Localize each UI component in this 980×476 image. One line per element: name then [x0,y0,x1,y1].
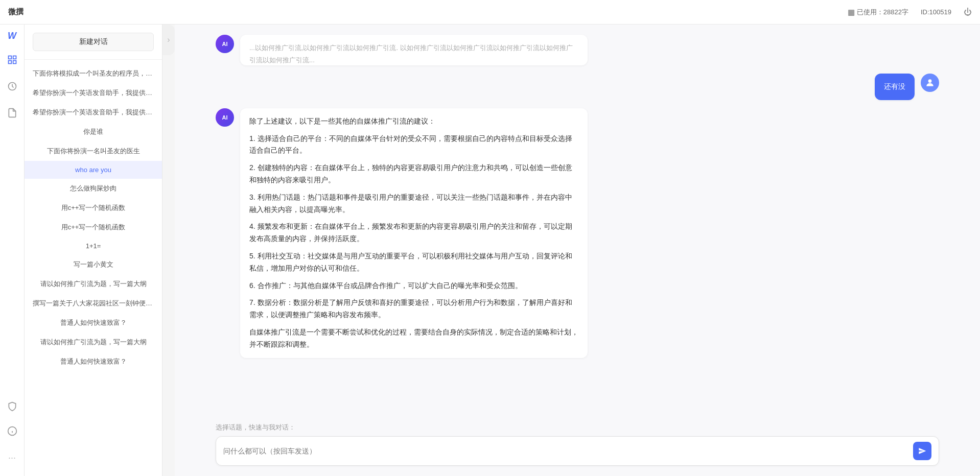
svg-rect-3 [13,61,16,64]
sidebar-item[interactable]: 怎么做狗屎炒肉 [25,179,162,198]
icon-rail: W ... [0,25,25,476]
svg-rect-0 [8,56,11,59]
chat-input[interactable] [223,447,909,455]
user-message-bubble: 还有没 [875,74,915,100]
sidebar-item[interactable]: 用c++写一个随机函数 [25,218,162,237]
nav-clock-icon[interactable] [4,78,20,94]
collapse-arrow-icon: › [167,35,170,44]
sidebar-item[interactable]: 希望你扮演一个英语发音助手，我提供给你... [25,83,162,103]
sidebar-item[interactable]: who are you [25,161,162,179]
sidebar-item[interactable]: 1+1= [25,237,162,255]
ai-response-point: 5. 利用社交互动：社交媒体是与用户互动的重要平台，可以积极利用社交媒体与用户互… [249,250,578,275]
nav-shield-icon[interactable] [4,398,20,415]
quick-topics-label: 选择话题，快速与我对话： [216,423,939,432]
ai-response-point: 3. 利用热门话题：热门话题和事件是吸引用户的重要途径，可以关注一些热门话题和事… [249,192,578,216]
send-button[interactable] [913,442,931,460]
user-message-row: 还有没 [216,74,939,100]
table-icon: ▦ [848,8,855,17]
app-logo: 微撰 [8,7,24,17]
ai-response-conclusion: 自媒体推广引流是一个需要不断尝试和优化的过程，需要结合自身的实际情况，制定合适的… [249,326,578,351]
ai-response-point: 1. 选择适合自己的平台：不同的自媒体平台针对的受众不同，需要根据自己的内容特点… [249,133,578,157]
sidebar-item[interactable]: 下面你将模拟成一个叫圣友的程序员，我说... [25,64,162,83]
topbar: 微撰 ▦ 已使用：28822字 ID:100519 ⏻ [0,0,980,25]
sidebar-header: 新建对话 [25,25,162,60]
usage-label: 已使用：28822字 [857,8,908,17]
sidebar-item[interactable]: 希望你扮演一个英语发音助手，我提供给你... [25,103,162,122]
sidebar-item[interactable]: 普通人如何快速致富？ [25,313,162,332]
main-layout: W ... 新建对话 下面你将模拟成一个叫圣友的程序员，我说...希望你扮演一个… [0,25,980,476]
id-label: ID:100519 [921,8,951,16]
user-message-text: 还有没 [884,82,905,90]
user-avatar [921,74,939,92]
topbar-right: ▦ 已使用：28822字 ID:100519 ⏻ [848,8,972,17]
ai-response-point: 2. 创建独特的内容：在自媒体平台上，独特的内容更容易吸引用户的注意力和共鸣，可… [249,162,578,186]
power-icon[interactable]: ⏻ [964,8,972,17]
chat-input-area: 选择话题，快速与我对话： [175,417,980,476]
nav-w-logo: W [8,31,16,41]
nav-doc-icon[interactable] [4,105,20,121]
nav-more-icon[interactable]: ... [4,447,20,464]
ai-message-row: AI 除了上述建议，以下是一些其他的自媒体推广引流的建议：1. 选择适合自己的平… [216,108,939,358]
ai-avatar-prev: AI [216,35,234,53]
nav-info-icon[interactable] [4,423,20,439]
prev-message-row: AI ...以如何推广引流,以如何推广引流以如何推广引流. 以如何推广引流以如何… [216,35,939,65]
sidebar-item[interactable]: 写一篇小黄文 [25,255,162,274]
svg-rect-1 [13,56,16,59]
usage-info: ▦ 已使用：28822字 [848,8,908,17]
new-chat-button[interactable]: 新建对话 [33,33,154,51]
sidebar-item[interactable]: 你是谁 [25,122,162,141]
topbar-left: 微撰 [8,7,24,17]
sidebar-item[interactable]: 请以如何推广引流为题，写一篇大纲 [25,332,162,352]
ai-response-point: 4. 频繁发布和更新：在自媒体平台上，频繁发布和更新的内容更容易吸引用户的关注和… [249,221,578,245]
ai-response-intro: 除了上述建议，以下是一些其他的自媒体推广引流的建议： [249,115,578,128]
prev-message-text: ...以如何推广引流,以如何推广引流以如何推广引流. 以如何推广引流以如何推广引… [249,44,573,64]
chat-area: AI ...以如何推广引流,以如何推广引流以如何推广引流. 以如何推广引流以如何… [175,25,980,476]
nav-package-icon[interactable] [4,52,20,68]
sidebar-item[interactable]: 普通人如何快速致富？ [25,352,162,371]
sidebar: 新建对话 下面你将模拟成一个叫圣友的程序员，我说...希望你扮演一个英语发音助手… [25,25,162,476]
ai-avatar: AI [216,108,234,127]
prev-message-bubble: ...以如何推广引流,以如何推广引流以如何推广引流. 以如何推广引流以如何推广引… [240,35,588,65]
svg-rect-2 [8,61,11,64]
sidebar-list: 下面你将模拟成一个叫圣友的程序员，我说...希望你扮演一个英语发音助手，我提供给… [25,60,162,476]
chat-messages: AI ...以如何推广引流,以如何推广引流以如何推广引流. 以如何推广引流以如何… [175,25,980,417]
ai-response-text: 除了上述建议，以下是一些其他的自媒体推广引流的建议：1. 选择适合自己的平台：不… [249,115,578,351]
sidebar-item[interactable]: 请以如何推广引流为题，写一篇大纲 [25,274,162,294]
sidebar-item[interactable]: 下面你将扮演一名叫圣友的医生 [25,141,162,161]
sidebar-item[interactable]: 用c++写一个随机函数 [25,198,162,218]
input-wrapper [216,436,939,466]
ai-response-point: 6. 合作推广：与其他自媒体平台或品牌合作推广，可以扩大自己的曝光率和受众范围。 [249,280,578,292]
collapse-sidebar-button[interactable]: › [162,25,175,55]
svg-point-8 [928,79,932,83]
ai-message-bubble: 除了上述建议，以下是一些其他的自媒体推广引流的建议：1. 选择适合自己的平台：不… [240,108,588,358]
icon-rail-bottom: ... [4,398,20,470]
ai-response-point: 7. 数据分析：数据分析是了解用户反馈和喜好的重要途径，可以分析用户行为和数据，… [249,297,578,321]
sidebar-item[interactable]: 撰写一篇关于八大家花园社区一刻钟便民生... [25,294,162,313]
